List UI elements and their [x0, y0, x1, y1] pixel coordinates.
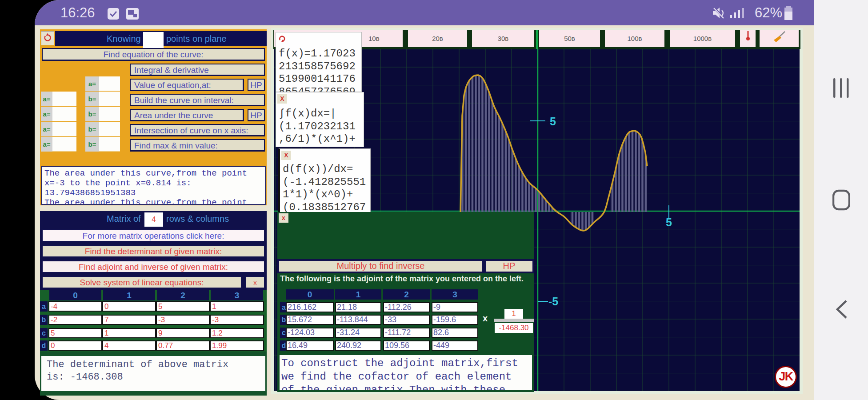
svg-text:5: 5: [666, 216, 672, 228]
svg-text:5: 5: [550, 115, 556, 128]
svg-text:-5: -5: [548, 295, 558, 308]
